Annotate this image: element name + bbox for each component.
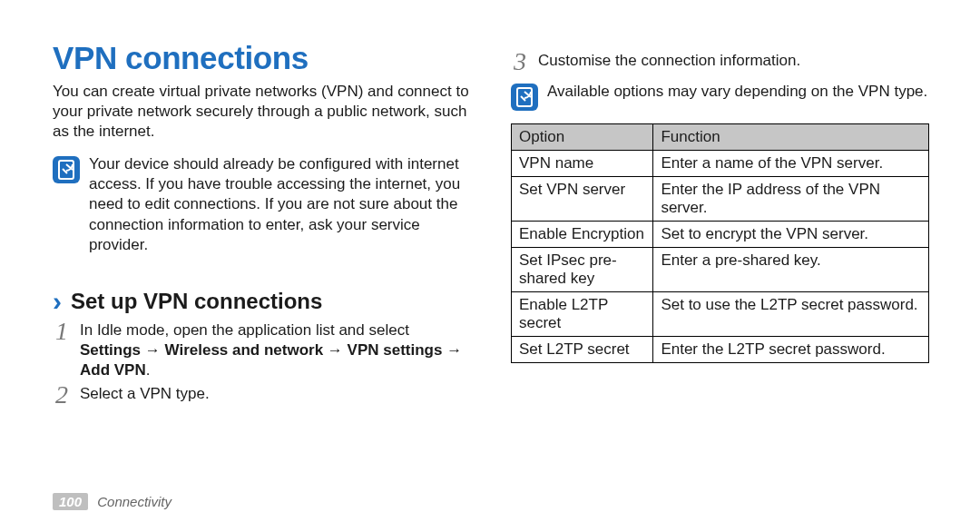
options-table: Option Function VPN name Enter a name of…	[511, 123, 929, 363]
page-footer: 100 Connectivity	[53, 493, 172, 510]
left-column: VPN connections You can create virtual p…	[53, 40, 471, 409]
note-block-2: Available options may vary depending on …	[511, 82, 929, 111]
header-option: Option	[512, 124, 653, 151]
step-1-text-c: .	[146, 361, 151, 379]
note-icon	[53, 156, 80, 183]
document-page: VPN connections You can create virtual p…	[0, 0, 980, 532]
page-number: 100	[53, 493, 88, 510]
step-3-body: Customise the connection information.	[538, 51, 800, 71]
cell-function: Enter a name of the VPN server.	[653, 151, 929, 177]
cell-option: Enable L2TP secret	[512, 292, 653, 337]
step-1-text-bold: Settings → Wireless and network → VPN se…	[80, 341, 462, 379]
cell-function: Set to use the L2TP secret password.	[653, 292, 929, 337]
step-2: 2 Select a VPN type.	[53, 384, 471, 409]
step-1-body: In Idle mode, open the application list …	[80, 320, 471, 380]
table-row: VPN name Enter a name of the VPN server.	[512, 151, 929, 177]
step-1: 1 In Idle mode, open the application lis…	[53, 320, 471, 380]
note-2-text: Available options may vary depending on …	[547, 82, 927, 102]
cell-option: Set VPN server	[512, 177, 653, 222]
table-row: Set VPN server Enter the IP address of t…	[512, 177, 929, 222]
cell-function: Enter a pre-shared key.	[653, 248, 929, 292]
subsection-title: Set up VPN connections	[71, 289, 322, 314]
header-function: Function	[653, 124, 929, 151]
note-text: Your device should already be configured…	[89, 154, 471, 254]
table-row: Enable L2TP secret Set to use the L2TP s…	[512, 292, 929, 337]
section-title: VPN connections	[53, 40, 471, 76]
table-row: Set L2TP secret Enter the L2TP secret pa…	[512, 337, 929, 363]
cell-function: Set to encrypt the VPN server.	[653, 222, 929, 248]
footer-section-name: Connectivity	[97, 494, 172, 509]
cell-function: Enter the IP address of the VPN server.	[653, 177, 929, 222]
step-1-text-a: In Idle mode, open the application list …	[80, 321, 409, 339]
intro-paragraph: You can create virtual private networks …	[53, 82, 471, 142]
table-row: Set IPsec pre-shared key Enter a pre-sha…	[512, 248, 929, 292]
cell-option: Enable Encryption	[512, 222, 653, 248]
cell-option: VPN name	[512, 151, 653, 177]
table-row: Enable Encryption Set to encrypt the VPN…	[512, 222, 929, 248]
step-number-2: 2	[53, 380, 71, 409]
step-2-body: Select a VPN type.	[80, 384, 210, 404]
step-number-1: 1	[53, 317, 71, 346]
cell-option: Set L2TP secret	[512, 337, 653, 363]
subsection-heading-row: › Set up VPN connections	[53, 288, 471, 315]
right-column: 3 Customise the connection information. …	[511, 40, 929, 409]
cell-option: Set IPsec pre-shared key	[512, 248, 653, 292]
two-column-layout: VPN connections You can create virtual p…	[53, 40, 929, 409]
step-number-3: 3	[511, 47, 529, 76]
chevron-right-icon: ›	[53, 288, 62, 315]
table-header-row: Option Function	[512, 124, 929, 151]
step-3: 3 Customise the connection information.	[511, 51, 929, 76]
note-block: Your device should already be configured…	[53, 154, 471, 254]
note-icon	[511, 84, 538, 111]
cell-function: Enter the L2TP secret password.	[653, 337, 929, 363]
